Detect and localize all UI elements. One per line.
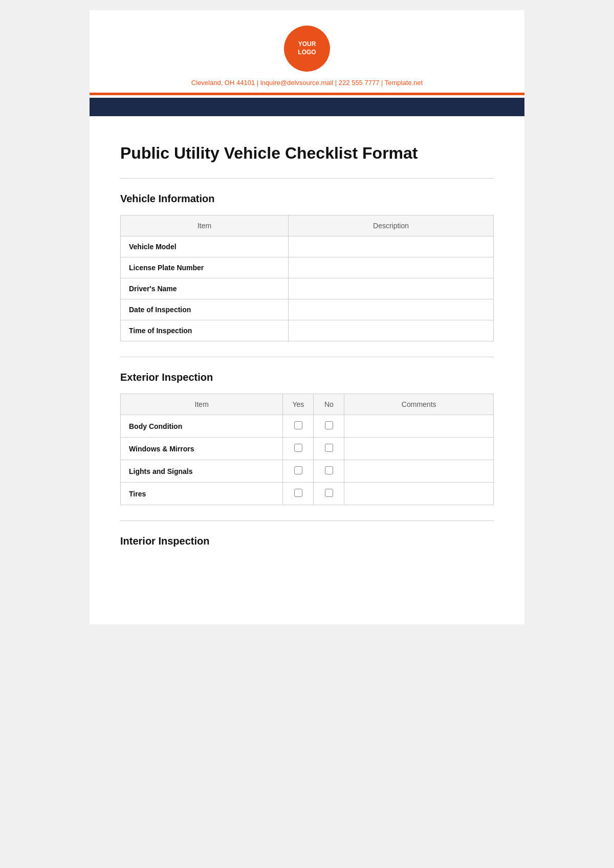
vehicle-model-value xyxy=(289,236,494,257)
checkbox-icon[interactable] xyxy=(294,444,302,452)
lights-signals-label: Lights and Signals xyxy=(121,460,283,483)
windows-mirrors-label: Windows & Mirrors xyxy=(121,438,283,460)
checkbox-icon[interactable] xyxy=(294,466,302,474)
divider-after-title xyxy=(120,178,494,179)
page-container: YOUR LOGO Cleveland, OH 44101 | inquire@… xyxy=(90,10,524,624)
navy-bar xyxy=(90,98,524,116)
checkbox-icon[interactable] xyxy=(325,489,333,497)
table-row: Body Condition xyxy=(121,415,494,438)
logo-text-line1: YOUR xyxy=(298,40,316,49)
date-inspection-value xyxy=(289,299,494,320)
tires-label: Tires xyxy=(121,483,283,505)
exterior-col-item: Item xyxy=(121,394,283,415)
exterior-col-comments: Comments xyxy=(344,394,494,415)
license-plate-label: License Plate Number xyxy=(121,257,289,278)
divider-after-vehicle xyxy=(120,357,494,357)
body-condition-yes[interactable] xyxy=(283,415,314,438)
drivers-name-label: Driver's Name xyxy=(121,278,289,299)
lights-signals-no[interactable] xyxy=(314,460,344,483)
time-inspection-value xyxy=(289,320,494,341)
checkbox-icon[interactable] xyxy=(294,421,302,429)
tires-no[interactable] xyxy=(314,483,344,505)
vehicle-col-item: Item xyxy=(121,215,289,236)
document-title: Public Utility Vehicle Checklist Format xyxy=(120,144,494,163)
orange-line xyxy=(90,93,524,95)
divider-after-exterior xyxy=(120,520,494,521)
tires-yes[interactable] xyxy=(283,483,314,505)
company-logo: YOUR LOGO xyxy=(284,26,330,72)
checkbox-icon[interactable] xyxy=(325,444,333,452)
body-condition-no[interactable] xyxy=(314,415,344,438)
table-row: Driver's Name xyxy=(121,278,494,299)
windows-mirrors-no[interactable] xyxy=(314,438,344,460)
vehicle-col-description: Description xyxy=(289,215,494,236)
windows-mirrors-yes[interactable] xyxy=(283,438,314,460)
table-row: Time of Inspection xyxy=(121,320,494,341)
table-row: Windows & Mirrors xyxy=(121,438,494,460)
header: YOUR LOGO Cleveland, OH 44101 | inquire@… xyxy=(90,10,524,118)
exterior-header-row: Item Yes No Comments xyxy=(121,394,494,415)
body-condition-label: Body Condition xyxy=(121,415,283,438)
table-row: Date of Inspection xyxy=(121,299,494,320)
windows-mirrors-comments xyxy=(344,438,494,460)
license-plate-value xyxy=(289,257,494,278)
exterior-col-yes: Yes xyxy=(283,394,314,415)
checkbox-icon[interactable] xyxy=(294,489,302,497)
drivers-name-value xyxy=(289,278,494,299)
table-row: Vehicle Model xyxy=(121,236,494,257)
vehicle-model-label: Vehicle Model xyxy=(121,236,289,257)
header-dividers xyxy=(90,93,524,118)
exterior-col-no: No xyxy=(314,394,344,415)
exterior-table: Item Yes No Comments Body Condition xyxy=(120,394,494,505)
interior-title: Interior Inspection xyxy=(120,535,494,547)
main-content: Public Utility Vehicle Checklist Format … xyxy=(90,118,524,578)
lights-signals-yes[interactable] xyxy=(283,460,314,483)
tires-comments xyxy=(344,483,494,505)
vehicle-table-header-row: Item Description xyxy=(121,215,494,236)
checkbox-icon[interactable] xyxy=(325,421,333,429)
date-inspection-label: Date of Inspection xyxy=(121,299,289,320)
exterior-title: Exterior Inspection xyxy=(120,372,494,383)
logo-text-line2: LOGO xyxy=(298,49,316,57)
body-condition-comments xyxy=(344,415,494,438)
table-row: License Plate Number xyxy=(121,257,494,278)
table-row: Tires xyxy=(121,483,494,505)
time-inspection-label: Time of Inspection xyxy=(121,320,289,341)
contact-info: Cleveland, OH 44101 | inquire@delvsource… xyxy=(191,79,423,86)
lights-signals-comments xyxy=(344,460,494,483)
vehicle-info-table: Item Description Vehicle Model License P… xyxy=(120,215,494,341)
table-row: Lights and Signals xyxy=(121,460,494,483)
vehicle-info-title: Vehicle Information xyxy=(120,193,494,205)
checkbox-icon[interactable] xyxy=(325,466,333,474)
